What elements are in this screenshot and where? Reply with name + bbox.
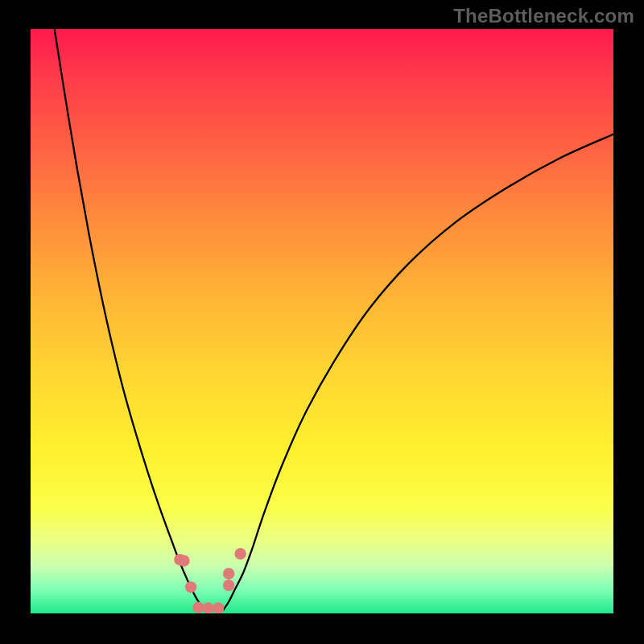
data-marker [223,568,234,579]
data-marker [192,602,204,613]
curve-right [223,134,613,611]
curves-svg [31,29,613,613]
curve-left [55,29,206,610]
watermark-text: TheBottleneck.com [453,5,634,27]
data-marker [185,581,196,592]
data-marker [178,555,189,566]
data-marker [234,548,246,559]
data-marker [203,602,214,613]
data-marker [213,602,224,613]
markers [174,548,246,613]
data-marker [223,580,234,591]
plot-area [31,29,613,613]
chart-frame: TheBottleneck.com [0,0,644,644]
